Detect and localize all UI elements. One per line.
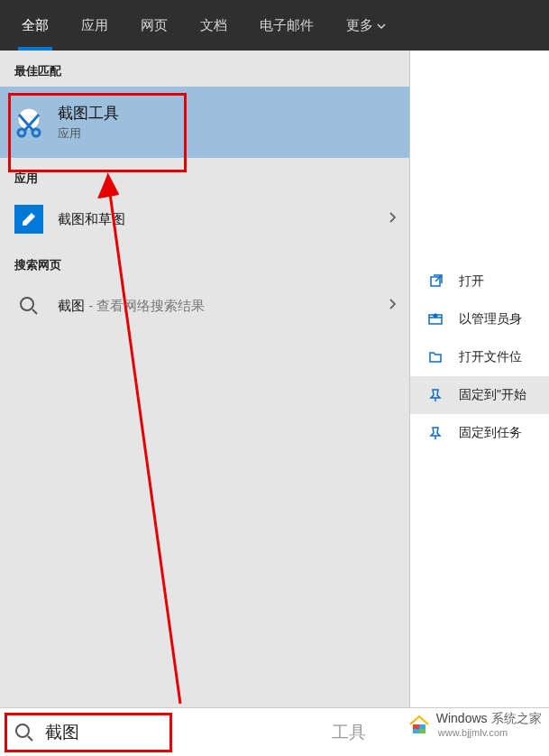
best-match-subtitle: 应用 [58,125,119,142]
action-open-location[interactable]: 打开文件位 [410,338,549,376]
action-label: 打开文件位 [459,349,522,365]
app-result-title: 截图和草图 [58,211,125,228]
action-pin-start[interactable]: 固定到"开始 [410,376,549,414]
tab-label: 更多 [346,17,373,34]
snip-sketch-icon [13,203,45,235]
pin-icon [426,388,444,402]
section-web: 搜索网页 [0,244,409,281]
house-icon [407,713,431,736]
search-icon [13,290,45,322]
chevron-right-icon [388,211,397,227]
section-best-match: 最佳匹配 [0,51,409,87]
action-run-admin[interactable]: 以管理员身 [410,300,549,338]
action-pin-taskbar[interactable]: 固定到任务 [410,414,549,452]
web-result-title: 截图 - 查看网络搜索结果 [58,298,205,315]
search-autocomplete: 工具 [332,721,366,744]
best-match-result[interactable]: 截图工具 应用 [0,87,409,158]
svg-point-1 [18,129,25,136]
web-result-suffix: - 查看网络搜索结果 [85,298,205,313]
tab-more[interactable]: 更多 [330,0,402,51]
chevron-right-icon [388,298,397,314]
tab-label: 应用 [81,17,108,34]
svg-rect-12 [419,729,425,733]
action-label: 以管理员身 [459,311,522,327]
results-right: 打开 以管理员身 打开文件位 固定到"开始 固定到任务 [410,51,549,707]
watermark-line1: Windows [436,711,488,725]
admin-icon [426,312,444,327]
watermark-line2: 系统之家 [491,711,542,725]
tab-label: 全部 [22,17,49,34]
results-left: 最佳匹配 截图工具 应用 应用 [0,51,410,707]
app-result-row[interactable]: 截图和草图 [0,194,409,244]
tab-label: 文档 [200,17,227,34]
pin-icon [426,426,444,440]
tab-email[interactable]: 电子邮件 [243,0,330,51]
svg-point-2 [32,129,40,136]
snipping-tool-icon [13,106,45,139]
tab-docs[interactable]: 文档 [184,0,243,51]
tab-label: 网页 [141,17,168,34]
tab-web[interactable]: 网页 [124,0,184,51]
preview-placeholder [410,51,549,263]
tab-label: 电子邮件 [260,17,314,34]
tab-all[interactable]: 全部 [5,0,65,51]
best-match-title: 截图工具 [58,103,119,124]
svg-rect-11 [413,724,419,729]
tab-apps[interactable]: 应用 [65,0,124,51]
action-open[interactable]: 打开 [410,263,549,300]
svg-point-6 [16,724,29,737]
folder-icon [426,350,444,364]
web-result-term: 截图 [58,298,85,313]
filter-tabs: 全部 应用 网页 文档 电子邮件 更多 [0,0,549,51]
search-input[interactable] [45,723,334,742]
watermark: Windows 系统之家 www.bjjmlv.com [407,710,542,738]
svg-point-3 [21,298,33,310]
action-label: 固定到任务 [459,425,522,441]
section-apps: 应用 [0,158,409,194]
search-icon [14,723,34,742]
chevron-down-icon [377,18,386,33]
open-icon [426,274,444,289]
watermark-url: www.bjjmlv.com [438,727,542,738]
action-label: 打开 [459,273,484,290]
web-result-row[interactable]: 截图 - 查看网络搜索结果 [0,281,409,331]
results-panel: 最佳匹配 截图工具 应用 应用 [0,51,549,707]
action-label: 固定到"开始 [459,387,526,403]
